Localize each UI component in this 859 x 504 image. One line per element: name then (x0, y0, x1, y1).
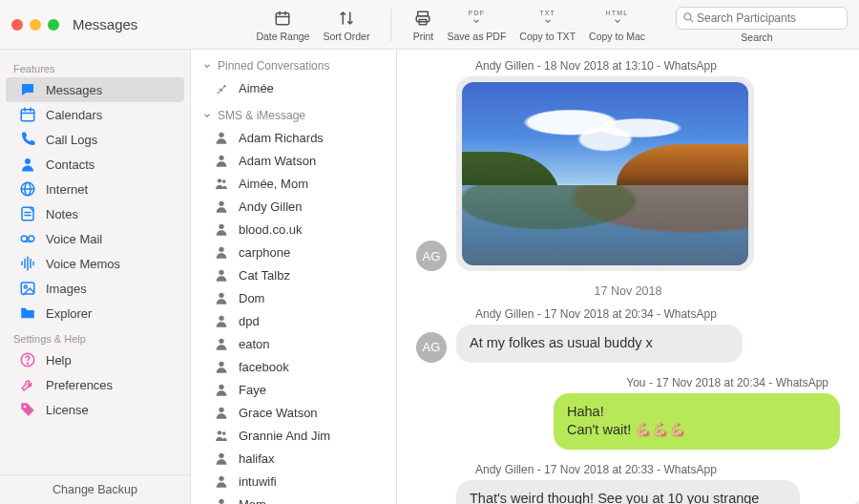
conversation-item[interactable]: Faye (191, 378, 396, 401)
tool-label: Copy to TXT (519, 31, 576, 42)
conversation-item[interactable]: Adam Richards (191, 126, 396, 149)
person-icon (214, 382, 229, 397)
conversation-group-header[interactable]: Pinned Conversations (191, 50, 396, 76)
message-row: AGThat's weird though! See you at 10 you… (416, 480, 840, 504)
sidebar-item-label: Internet (46, 182, 88, 197)
folder-icon (19, 304, 36, 322)
svg-point-33 (219, 133, 223, 137)
sidebar-item-notes[interactable]: Notes (6, 201, 184, 226)
person-icon (214, 130, 229, 145)
sidebar-item-call-logs[interactable]: Call Logs (6, 127, 184, 152)
tag-icon (19, 401, 36, 418)
svg-point-48 (222, 431, 226, 435)
conversation-label: Adam Watson (239, 154, 316, 168)
svg-point-40 (219, 270, 223, 275)
sidebar-item-messages[interactable]: Messages (6, 77, 184, 102)
sidebar-item-internet[interactable]: Internet (6, 177, 184, 201)
conversation-item[interactable]: Grannie And Jim (191, 424, 396, 447)
sidebar-item-label: Notes (46, 207, 78, 221)
conversation-item[interactable]: Andy Gillen (191, 195, 396, 218)
sidebar-item-label: License (46, 403, 89, 417)
message-bubble[interactable] (456, 76, 754, 271)
sort-order-button[interactable]: Sort Order (323, 8, 369, 42)
conversation-label: Dom (239, 291, 264, 305)
sidebar-item-voice-memos[interactable]: Voice Memos (6, 251, 184, 276)
sidebar: FeaturesMessagesCalendarsCall LogsContac… (0, 50, 191, 504)
svg-rect-9 (21, 110, 34, 121)
conversation-item[interactable]: eaton (191, 332, 396, 355)
minimize-window-button[interactable] (30, 19, 41, 31)
conversation-item[interactable]: facebook (191, 355, 396, 378)
message-bubble[interactable]: Haha! Can't wait! 💪🏼💪🏼💪🏼 (554, 393, 840, 450)
conversation-item[interactable]: Aimée, Mom (191, 172, 396, 195)
sidebar-item-contacts[interactable]: Contacts (6, 152, 184, 177)
person-icon (214, 473, 229, 489)
message-row: AG (416, 76, 840, 271)
voicemail-icon (19, 230, 36, 247)
conversation-item[interactable]: dpd (191, 309, 396, 332)
conversation-item[interactable]: Dom (191, 286, 396, 309)
message-row: Haha! Can't wait! 💪🏼💪🏼💪🏼 (416, 393, 840, 450)
zoom-window-button[interactable] (48, 19, 59, 31)
sidebar-item-license[interactable]: License (6, 397, 184, 422)
sidebar-item-images[interactable]: Images (6, 276, 184, 301)
message-bubble[interactable]: At my folkes as usual buddy x (456, 325, 743, 363)
conversation-item[interactable]: halifax (191, 447, 396, 470)
message-meta: You - 17 Nov 2018 at 20:34 - WhatsApp (475, 376, 828, 389)
message-meta: Andy Gillen - 17 Nov 2018 at 20:34 - Wha… (475, 307, 840, 321)
person-icon (214, 199, 229, 214)
tool-label: Date Range (256, 31, 309, 42)
sidebar-item-preferences[interactable]: Preferences (6, 372, 184, 397)
conversation-item[interactable]: Mom (191, 493, 396, 504)
search-field[interactable] (676, 7, 848, 30)
message-bubble[interactable]: That's weird though! See you at 10 you s… (456, 480, 800, 504)
image-attachment[interactable] (462, 82, 748, 265)
conversation-item[interactable]: Grace Watson (191, 401, 396, 424)
conversation-list: Pinned ConversationsAiméeSMS & iMessageA… (191, 50, 397, 504)
sidebar-item-help[interactable]: Help (6, 347, 184, 372)
message-meta: Andy Gillen - 17 Nov 2018 at 20:33 - Wha… (475, 463, 840, 476)
conversation-item[interactable]: Aimée (191, 76, 396, 99)
calendar-icon (272, 8, 293, 29)
print-button[interactable]: Print (412, 8, 433, 42)
globe-icon (19, 180, 36, 198)
search-label: Search (741, 32, 772, 43)
conversation-item[interactable]: blood.co.uk (191, 218, 396, 241)
svg-point-32 (24, 406, 27, 409)
svg-line-8 (690, 19, 693, 22)
copy-mac-button[interactable]: HTMLCopy to Mac (589, 8, 645, 42)
pin-icon (214, 80, 229, 95)
save-pdf-button[interactable]: PDFSave as PDF (447, 8, 506, 42)
svg-point-13 (25, 158, 31, 164)
svg-point-7 (684, 13, 691, 20)
sort-icon (336, 8, 357, 29)
close-window-button[interactable] (11, 19, 23, 31)
search-icon (682, 11, 695, 24)
window-controls (11, 19, 59, 31)
conversation-group-header[interactable]: SMS & iMessage (191, 99, 396, 126)
sidebar-item-voice-mail[interactable]: Voice Mail (6, 226, 184, 251)
app-window: Messages Date RangeSort Order PrintPDFSa… (0, 0, 859, 504)
conversation-item[interactable]: Adam Watson (191, 149, 396, 172)
conversation-item[interactable]: intuwifi (191, 470, 396, 493)
conversation-label: dpd (239, 314, 260, 328)
avatar: AG (416, 241, 447, 271)
date-separator: 17 Nov 2018 (416, 284, 840, 298)
person-icon (214, 244, 229, 260)
wrench-icon (19, 376, 36, 393)
conversation-item[interactable]: Cat Talbz (191, 263, 396, 286)
sidebar-item-calendars[interactable]: Calendars (6, 102, 184, 127)
calendar-icon (19, 106, 36, 123)
svg-point-29 (24, 285, 27, 288)
search-input[interactable] (695, 10, 842, 26)
date-range-button[interactable]: Date Range (256, 8, 309, 42)
svg-point-20 (21, 236, 27, 242)
sidebar-item-explorer[interactable]: Explorer (6, 301, 184, 326)
svg-point-42 (219, 316, 223, 321)
avatar: AG (416, 332, 447, 363)
copy-txt-button[interactable]: TXTCopy to TXT (519, 8, 576, 42)
conversation-item[interactable]: carphone (191, 241, 396, 263)
svg-point-35 (218, 178, 221, 182)
svg-point-49 (219, 453, 223, 458)
change-backup-button[interactable]: Change Backup (0, 474, 190, 504)
